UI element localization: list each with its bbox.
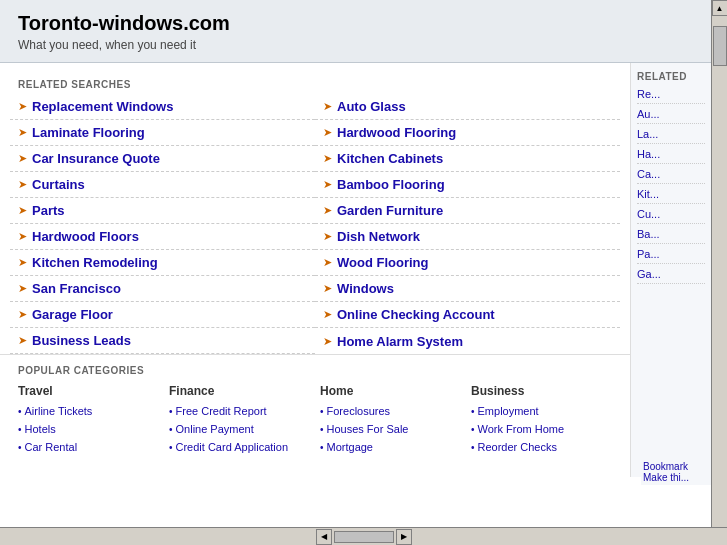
list-item: ➤ Online Checking Account	[315, 302, 620, 328]
list-item: ➤ Car Insurance Quote	[10, 146, 315, 172]
sidebar-link-cu[interactable]: Cu...	[637, 208, 705, 224]
sidebar-link-ga[interactable]: Ga...	[637, 268, 705, 284]
arrow-icon: ➤	[323, 178, 332, 191]
link-credit-card-application[interactable]: Credit Card Application	[176, 441, 289, 453]
link-hardwood-flooring[interactable]: Hardwood Flooring	[337, 125, 456, 140]
arrow-icon: ➤	[18, 126, 27, 139]
link-curtains[interactable]: Curtains	[32, 177, 85, 192]
list-item: Reorder Checks	[471, 439, 612, 454]
scroll-track[interactable]	[712, 16, 727, 477]
link-online-checking-account[interactable]: Online Checking Account	[337, 307, 495, 322]
link-car-insurance[interactable]: Car Insurance Quote	[32, 151, 160, 166]
popular-col-travel: Travel Airline Tickets Hotels Car Rental	[18, 384, 159, 457]
arrow-icon: ➤	[18, 282, 27, 295]
sidebar-link-ha[interactable]: Ha...	[637, 148, 705, 164]
link-business-leads[interactable]: Business Leads	[32, 333, 131, 348]
list-item: ➤ Home Alarm System	[315, 328, 620, 354]
scroll-thumb[interactable]	[713, 26, 727, 66]
arrow-icon: ➤	[18, 100, 27, 113]
arrow-icon: ➤	[323, 100, 332, 113]
popular-label: POPULAR CATEGORIES	[18, 365, 612, 376]
arrow-icon: ➤	[18, 256, 27, 269]
link-bamboo-flooring[interactable]: Bamboo Flooring	[337, 177, 445, 192]
arrow-icon: ➤	[18, 204, 27, 217]
arrow-icon: ➤	[18, 230, 27, 243]
list-item: ➤ Replacement Windows	[10, 94, 315, 120]
list-item: ➤ Business Leads	[10, 328, 315, 354]
related-searches-label: RELATED SEARCHES	[0, 73, 630, 94]
link-replacement-windows[interactable]: Replacement Windows	[32, 99, 173, 114]
sidebar-related-label: RELATED	[637, 71, 705, 82]
site-subtitle: What you need, when you need it	[18, 38, 709, 52]
sidebar-link-ca[interactable]: Ca...	[637, 168, 705, 184]
link-garage-floor[interactable]: Garage Floor	[32, 307, 113, 322]
link-free-credit-report[interactable]: Free Credit Report	[176, 405, 267, 417]
list-item: ➤ Auto Glass	[315, 94, 620, 120]
list-item: ➤ Kitchen Remodeling	[10, 250, 315, 276]
link-parts[interactable]: Parts	[32, 203, 65, 218]
link-garden-furniture[interactable]: Garden Furniture	[337, 203, 443, 218]
popular-col-finance-heading: Finance	[169, 384, 310, 398]
popular-col-business-heading: Business	[471, 384, 612, 398]
list-item: ➤ Parts	[10, 198, 315, 224]
popular-col-home-heading: Home	[320, 384, 461, 398]
link-airline-tickets[interactable]: Airline Tickets	[25, 405, 93, 417]
sidebar-link-pa[interactable]: Pa...	[637, 248, 705, 264]
site-title: Toronto-windows.com	[18, 12, 709, 35]
arrow-icon: ➤	[323, 308, 332, 321]
arrow-icon: ➤	[18, 178, 27, 191]
list-item: Airline Tickets	[18, 403, 159, 418]
popular-col-travel-heading: Travel	[18, 384, 159, 398]
list-item: Free Credit Report	[169, 403, 310, 418]
link-houses-for-sale[interactable]: Houses For Sale	[327, 423, 409, 435]
link-hotels[interactable]: Hotels	[25, 423, 56, 435]
sidebar-link-au[interactable]: Au...	[637, 108, 705, 124]
link-kitchen-remodeling[interactable]: Kitchen Remodeling	[32, 255, 158, 270]
list-item: ➤ Laminate Flooring	[10, 120, 315, 146]
list-item: ➤ Curtains	[10, 172, 315, 198]
list-item: ➤ Dish Network	[315, 224, 620, 250]
vertical-scrollbar[interactable]: ▲ ▼	[711, 0, 727, 477]
left-panel: RELATED SEARCHES ➤ Replacement Windows ➤…	[0, 63, 631, 477]
link-laminate-flooring[interactable]: Laminate Flooring	[32, 125, 145, 140]
sidebar-link-kit[interactable]: Kit...	[637, 188, 705, 204]
link-auto-glass[interactable]: Auto Glass	[337, 99, 406, 114]
list-item: ➤ Bamboo Flooring	[315, 172, 620, 198]
list-item: Hotels	[18, 421, 159, 436]
link-foreclosures[interactable]: Foreclosures	[327, 405, 391, 417]
bookmark-link[interactable]: BookmarkMake thi...	[643, 461, 689, 477]
link-kitchen-cabinets[interactable]: Kitchen Cabinets	[337, 151, 443, 166]
link-car-rental[interactable]: Car Rental	[25, 441, 78, 453]
links-grid: ➤ Replacement Windows ➤ Auto Glass ➤ Lam…	[0, 94, 630, 354]
list-item: ➤ Hardwood Flooring	[315, 120, 620, 146]
list-item: Mortgage	[320, 439, 461, 454]
list-item: ➤ Kitchen Cabinets	[315, 146, 620, 172]
main-container: RELATED SEARCHES ➤ Replacement Windows ➤…	[0, 63, 711, 477]
link-home-alarm-system[interactable]: Home Alarm System	[337, 334, 463, 349]
list-item: ➤ Wood Flooring	[315, 250, 620, 276]
link-online-payment[interactable]: Online Payment	[176, 423, 254, 435]
list-item: Employment	[471, 403, 612, 418]
page-header: Toronto-windows.com What you need, when …	[0, 0, 727, 63]
list-item: ➤ Hardwood Floors	[10, 224, 315, 250]
sidebar-link-re[interactable]: Re...	[637, 88, 705, 104]
sidebar-link-la[interactable]: La...	[637, 128, 705, 144]
arrow-icon: ➤	[323, 335, 332, 348]
link-wood-flooring[interactable]: Wood Flooring	[337, 255, 428, 270]
arrow-icon: ➤	[323, 152, 332, 165]
link-hardwood-floors[interactable]: Hardwood Floors	[32, 229, 139, 244]
link-work-from-home[interactable]: Work From Home	[478, 423, 565, 435]
scroll-up-button[interactable]: ▲	[712, 0, 728, 16]
list-item: Credit Card Application	[169, 439, 310, 454]
sidebar-link-ba[interactable]: Ba...	[637, 228, 705, 244]
link-employment[interactable]: Employment	[478, 405, 539, 417]
link-dish-network[interactable]: Dish Network	[337, 229, 420, 244]
link-reorder-checks[interactable]: Reorder Checks	[478, 441, 557, 453]
arrow-icon: ➤	[18, 308, 27, 321]
list-item: ➤ Windows	[315, 276, 620, 302]
link-mortgage[interactable]: Mortgage	[327, 441, 373, 453]
link-windows[interactable]: Windows	[337, 281, 394, 296]
list-item: Houses For Sale	[320, 421, 461, 436]
link-san-francisco[interactable]: San Francisco	[32, 281, 121, 296]
list-item: Online Payment	[169, 421, 310, 436]
